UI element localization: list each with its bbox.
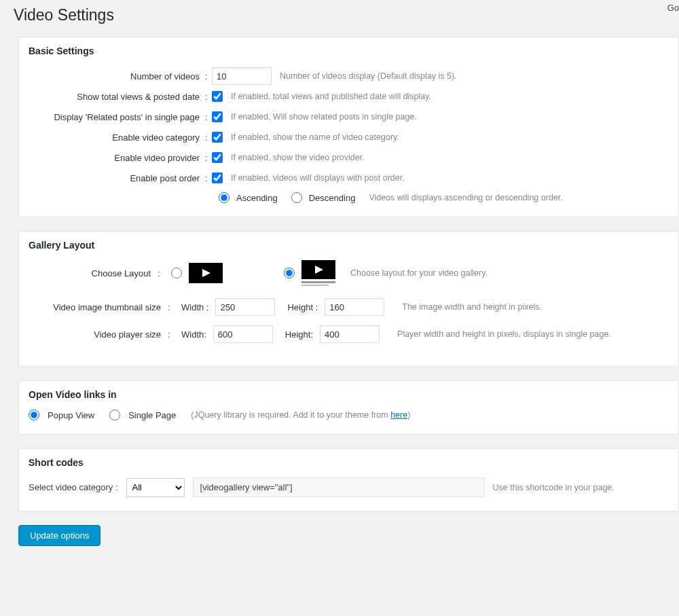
hint-shortcode: Use this shortcode in your page. xyxy=(493,483,614,492)
radio-popup-view[interactable] xyxy=(29,410,39,420)
radio-descending[interactable] xyxy=(291,192,302,203)
label-category: Enable video category xyxy=(29,132,205,143)
open-links-heading: Open Video links in xyxy=(29,389,669,400)
basic-settings-panel: Basic Settings Number of videos : Number… xyxy=(18,37,679,217)
page-title: Video Settings xyxy=(0,0,679,37)
row-category: Enable video category : If enabled, show… xyxy=(29,127,669,147)
gallery-layout-heading: Gallery Layout xyxy=(29,240,669,251)
label-show-views: Show total views & posted date xyxy=(29,92,205,102)
label-player-height: Height: xyxy=(285,329,313,340)
row-shortcode: Select video category : All [videogaller… xyxy=(29,477,669,497)
label-thumb-size: Video image thumbnail size xyxy=(29,302,161,312)
row-post-order: Enable post order : If enabled, videos w… xyxy=(29,168,669,188)
hint-provider: If enabled, show the video provider. xyxy=(231,153,365,162)
checkbox-show-views[interactable] xyxy=(212,91,223,102)
input-thumb-height[interactable] xyxy=(325,298,384,316)
row-player-size: Video player size : Width: Height: Playe… xyxy=(29,325,669,343)
label-popup-view: Popup View xyxy=(48,410,94,420)
hint-category: If enabled, show the name of video categ… xyxy=(231,132,399,142)
hint-player-size: Player width and height in pixels, displ… xyxy=(397,329,611,339)
gallery-layout-panel: Gallery Layout Choose Layout : Choose la… xyxy=(18,231,679,367)
row-related: Display 'Related posts' in single page :… xyxy=(29,107,669,127)
label-thumb-height: Height : xyxy=(287,302,318,312)
label-provider: Enable video provider xyxy=(29,153,205,163)
row-num-videos: Number of videos : Number of videos disp… xyxy=(29,66,669,86)
label-related: Display 'Related posts' in single page xyxy=(29,112,205,122)
layout-caption-icon xyxy=(301,260,335,286)
input-num-videos[interactable] xyxy=(212,67,272,85)
checkbox-provider[interactable] xyxy=(212,152,223,163)
radio-single-page[interactable] xyxy=(109,410,120,420)
row-show-views: Show total views & posted date : If enab… xyxy=(29,86,669,107)
input-thumb-width[interactable] xyxy=(215,298,275,316)
label-single-page: Single Page xyxy=(128,410,176,420)
hint-sort: Videos will displays ascending or descen… xyxy=(369,193,562,202)
shortcode-display: [videogallery view="all"] xyxy=(193,477,485,497)
update-options-button[interactable]: Update options xyxy=(18,525,100,546)
shortcodes-panel: Short codes Select video category : All … xyxy=(18,448,679,511)
svg-rect-5 xyxy=(301,285,329,286)
shortcodes-heading: Short codes xyxy=(29,457,669,468)
row-choose-layout: Choose Layout : Choose layout for your v… xyxy=(29,260,669,286)
label-num-videos: Number of videos xyxy=(29,71,205,81)
input-player-width[interactable] xyxy=(213,325,273,343)
label-post-order: Enable post order xyxy=(29,173,205,183)
open-links-panel: Open Video links in Popup View Single Pa… xyxy=(18,380,679,435)
row-thumb-size: Video image thumbnail size : Width : Hei… xyxy=(29,298,669,316)
radio-ascending[interactable] xyxy=(219,192,230,203)
basic-settings-heading: Basic Settings xyxy=(29,46,669,56)
top-right-text: Go xyxy=(667,3,679,13)
input-player-height[interactable] xyxy=(320,325,380,343)
label-select-category: Select video category : xyxy=(29,482,118,492)
layout-basic-icon xyxy=(189,263,223,283)
svg-rect-4 xyxy=(301,281,335,283)
label-ascending: Ascending xyxy=(236,193,278,203)
label-player-size: Video player size xyxy=(29,329,161,340)
label-thumb-width: Width : xyxy=(181,302,208,312)
link-here[interactable]: here xyxy=(390,410,407,420)
checkbox-related[interactable] xyxy=(212,111,223,122)
row-sort-order: Ascending Descending Videos will display… xyxy=(29,192,669,203)
hint-post-order: If enabled, videos will displays with po… xyxy=(231,173,405,183)
hint-related: If enabled, Will show related posts in s… xyxy=(231,112,417,122)
hint-num-videos: Number of videos display (Default displa… xyxy=(280,71,457,81)
hint-choose-layout: Choose layout for your video gallery. xyxy=(350,268,488,278)
radio-layout-basic[interactable] xyxy=(171,268,182,278)
checkbox-post-order[interactable] xyxy=(212,173,223,183)
radio-layout-caption[interactable] xyxy=(284,268,295,278)
row-open-links: Popup View Single Page (JQuery library i… xyxy=(29,410,669,420)
hint-show-views: If enabled, total views and published da… xyxy=(231,92,431,101)
label-descending: Descending xyxy=(309,193,356,203)
checkbox-category[interactable] xyxy=(212,132,223,143)
label-choose-layout: Choose Layout xyxy=(29,268,151,278)
select-video-category[interactable]: All xyxy=(126,478,185,497)
row-provider: Enable video provider : If enabled, show… xyxy=(29,147,669,168)
hint-thumb-size: The image width and height in pixels. xyxy=(402,302,542,312)
hint-open-links: (JQuery library is required. Add it to y… xyxy=(191,410,410,420)
label-player-width: Width: xyxy=(181,329,206,340)
